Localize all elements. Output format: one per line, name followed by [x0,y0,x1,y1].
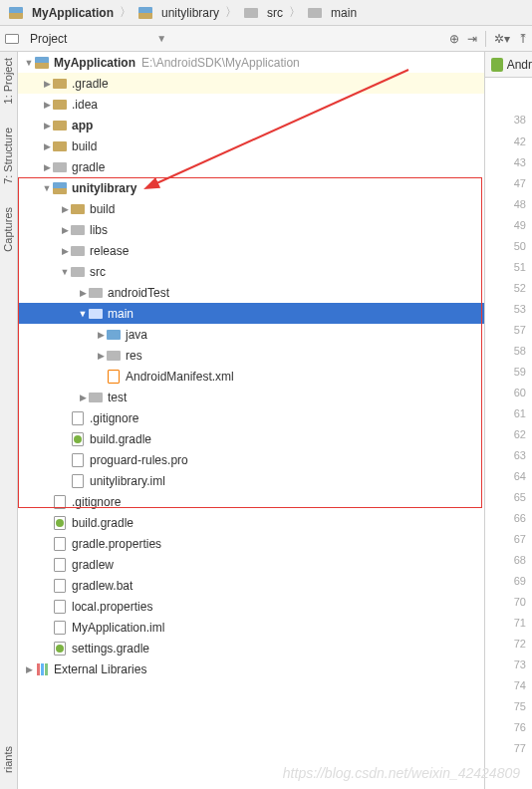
expand-arrow-icon[interactable]: ▼ [78,309,88,319]
tree-item-path: E:\AndroidSDK\MyApplication [141,56,300,70]
window-icon [4,31,20,47]
line-number: 59 [514,366,526,378]
tree-row[interactable]: ▼unitylibrary [18,177,484,198]
folder-icon [70,222,86,238]
line-number: 72 [514,638,526,650]
tree-row[interactable]: ▶res [18,345,484,366]
expand-arrow-icon[interactable]: ▼ [42,183,52,193]
tree-row[interactable]: ▶build [18,135,484,156]
tree-row[interactable]: ▶.gradle [18,73,484,94]
expand-arrow-icon[interactable]: ▶ [42,100,52,110]
project-view-label[interactable]: Project [30,32,67,46]
tree-item-label: app [72,119,93,132]
breadcrumb-item[interactable]: main [303,0,361,25]
folder-icon [52,159,68,175]
project-tree[interactable]: ▼MyApplicationE:\AndroidSDK\MyApplicatio… [18,52,484,789]
folder-icon [52,76,68,92]
target-icon[interactable]: ⊕ [449,32,459,46]
folder-icon [88,285,104,301]
collapse-icon[interactable]: ⇥ [467,32,477,46]
breadcrumb-item[interactable]: src [239,0,287,25]
tree-item-label: proguard-rules.pro [90,453,188,467]
xml-file-icon [106,369,122,385]
expand-arrow-icon[interactable]: ▶ [60,246,70,256]
tree-item-label: unitylibrary [72,181,136,195]
expand-arrow-icon[interactable]: ▶ [60,225,70,235]
tab-project[interactable]: 1: Project [0,52,16,110]
line-number: 67 [514,533,526,545]
breadcrumb-item[interactable]: MyApplication [4,0,118,25]
tree-row[interactable]: ▶java [18,324,484,345]
tab-structure[interactable]: 7: Structure [0,122,16,190]
expand-arrow-icon[interactable]: ▶ [96,330,106,340]
separator [485,31,486,47]
tree-row[interactable]: gradlew [18,554,484,575]
tree-item-label: .gitignore [72,495,121,509]
tree-row[interactable]: proguard-rules.pro [18,449,484,470]
tree-row[interactable]: gradle.properties [18,533,484,554]
expand-arrow-icon[interactable]: ▶ [42,79,52,89]
editor-tab[interactable]: Andr [485,52,532,78]
expand-arrow-icon[interactable]: ▶ [42,141,52,151]
tree-row[interactable]: .gitignore [18,407,484,428]
line-number: 53 [514,303,526,315]
tree-item-label: AndroidManifest.xml [126,370,234,384]
tree-row[interactable]: ▶test [18,387,484,407]
expand-arrow-icon[interactable]: ▶ [42,121,52,131]
tree-row[interactable]: unitylibrary.iml [18,470,484,491]
tree-item-label: main [108,307,133,321]
editor-tab-label: Andr [507,58,532,72]
tree-row[interactable]: ▶androidTest [18,282,484,303]
tree-row[interactable]: ▶libs [18,219,484,240]
expand-arrow-icon[interactable]: ▼ [24,58,34,68]
tree-item-label: MyApplication [54,56,135,70]
tree-row[interactable]: settings.gradle [18,638,484,658]
tree-item-label: release [90,244,129,258]
tree-row[interactable]: gradlew.bat [18,575,484,596]
editor-gutter-panel: Andr 38424347484950515253575859606162636… [484,52,532,789]
expand-arrow-icon[interactable]: ▼ [60,267,70,277]
tree-item-label: build [90,202,115,216]
line-number: 69 [514,575,526,587]
line-number: 57 [514,324,526,336]
folder-icon [52,118,68,133]
android-icon [491,58,503,72]
folder-icon [52,138,68,154]
hide-icon[interactable]: ⤒ [518,32,528,46]
tree-row[interactable]: ▶External Libraries [18,658,484,679]
tree-row[interactable]: ▶release [18,240,484,261]
tree-row[interactable]: ▼main [18,303,484,324]
file-icon [52,536,68,552]
tree-row[interactable]: local.properties [18,596,484,617]
tree-row[interactable]: AndroidManifest.xml [18,366,484,387]
tree-item-label: .gradle [72,77,109,91]
folder-icon [70,243,86,259]
tree-row[interactable]: ▶.idea [18,94,484,115]
expand-arrow-icon[interactable]: ▶ [42,162,52,172]
tree-row[interactable]: ▶gradle [18,156,484,177]
tree-row[interactable]: ▶app [18,115,484,135]
tree-row[interactable]: ▼src [18,261,484,282]
file-icon [70,452,86,468]
tab-variants[interactable]: riants [0,740,16,779]
tab-captures[interactable]: Captures [0,201,16,258]
gear-icon[interactable]: ✲▾ [494,32,510,46]
expand-arrow-icon[interactable]: ▶ [60,204,70,214]
tree-row[interactable]: MyApplication.iml [18,617,484,638]
tree-row[interactable]: ▶build [18,198,484,219]
line-number: 50 [514,240,526,252]
tree-item-label: build [72,139,97,153]
dropdown-icon[interactable]: ▼ [156,33,166,44]
tree-row[interactable]: ▼MyApplicationE:\AndroidSDK\MyApplicatio… [18,52,484,73]
tree-row[interactable]: build.gradle [18,512,484,533]
expand-arrow-icon[interactable]: ▶ [96,351,106,361]
chevron-right-icon: 〉 [223,4,239,21]
gradle-file-icon [52,515,68,531]
expand-arrow-icon[interactable]: ▶ [78,288,88,298]
expand-arrow-icon[interactable]: ▶ [24,664,34,674]
breadcrumb-item[interactable]: unitylibrary [133,0,223,25]
expand-arrow-icon[interactable]: ▶ [78,393,88,402]
tree-row[interactable]: .gitignore [18,491,484,512]
folder-icon [88,390,104,405]
tree-row[interactable]: build.gradle [18,428,484,449]
